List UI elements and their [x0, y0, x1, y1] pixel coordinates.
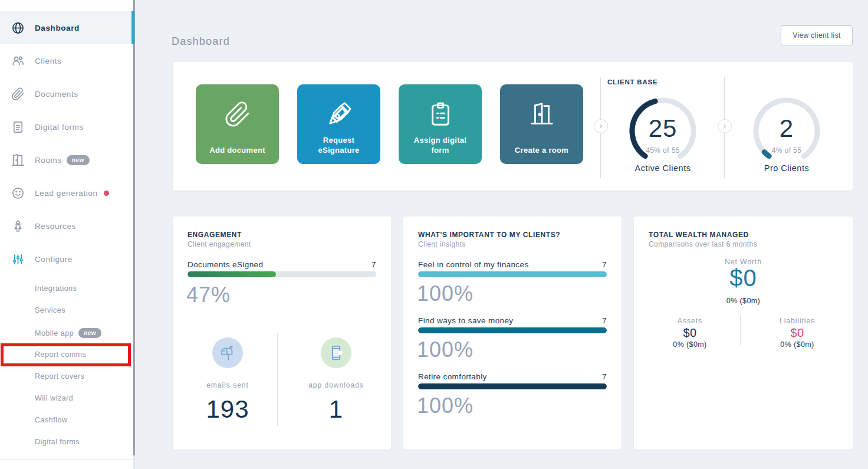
card-title: TOTAL WEALTH MANAGED	[649, 231, 749, 239]
metric-label: Find ways to save money	[418, 316, 514, 325]
active-nav-indicator	[131, 11, 134, 44]
divider	[740, 316, 741, 345]
stat-value: 193	[206, 395, 249, 424]
new-badge: new	[67, 155, 90, 165]
client-insights-card: WHAT'S IMPORTANT TO MY CLIENTS? Client i…	[403, 217, 622, 450]
sidebar-subitem-mobile-app[interactable]: Mobile app new	[0, 322, 133, 344]
card-title: WHAT'S IMPORTANT TO MY CLIENTS?	[418, 231, 560, 239]
sidebar-item-lead-generation[interactable]: Lead generation	[0, 176, 133, 209]
gauge-label: Pro Clients	[728, 163, 846, 173]
gauge-label: Active Clients	[604, 163, 722, 173]
progress-fill	[418, 383, 607, 389]
metric-row: Find ways to save money 7	[418, 316, 607, 325]
page-title: Dashboard	[172, 35, 230, 48]
gauge-value: 2	[751, 114, 822, 143]
insight-bar	[418, 327, 607, 333]
sidebar-scrollbar[interactable]	[133, 0, 135, 469]
sidebar-item-label: Rooms	[35, 156, 62, 165]
insight-bar	[418, 271, 607, 277]
sidebar-subitem-report-covers[interactable]: Report covers	[0, 365, 133, 387]
sidebar-item-label: Digital forms	[35, 123, 84, 132]
sidebar-subitem-report-comms[interactable]: Report comms	[0, 343, 133, 365]
gauge-caption: 45% of 55	[616, 146, 710, 155]
request-esignature-tile[interactable]: Request eSignature	[297, 84, 380, 164]
create-room-tile[interactable]: Create a room	[500, 84, 583, 164]
metric-row: Retire comfortably 7	[418, 372, 607, 381]
sliders-icon	[11, 252, 25, 266]
card-subtitle: Client engagement	[188, 240, 251, 248]
smartphone-icon	[321, 337, 351, 368]
paperclip-icon	[224, 101, 251, 130]
stat-label: emails sent	[206, 381, 249, 389]
mailbox-icon	[212, 337, 243, 368]
insight-percent: 100%	[417, 281, 474, 306]
sidebar-divider	[0, 459, 133, 460]
pro-clients-gauge: 2	[751, 96, 822, 166]
notification-dot	[104, 191, 109, 196]
metric-row: Feel in control of my finances 7	[418, 260, 607, 269]
globe-icon	[11, 21, 25, 35]
sidebar-item-label: Lead generation	[35, 189, 98, 198]
sidebar-subitem-integrations[interactable]: Integrations	[0, 277, 133, 299]
sidebar-item-documents[interactable]: Documents	[0, 77, 133, 110]
progress-fill	[418, 271, 607, 277]
metric-row: Documents eSigned 7	[188, 260, 376, 269]
assets-value: $0	[655, 326, 725, 340]
scrollbar-thumb[interactable]	[133, 0, 135, 455]
sidebar-item-digital-forms[interactable]: Digital forms	[0, 110, 133, 143]
esigned-progress-bar	[188, 271, 376, 277]
sidebar-item-clients[interactable]: Clients	[0, 44, 133, 77]
assets-label: Assets	[655, 317, 725, 325]
metric-count: 7	[371, 260, 376, 269]
chevron-right-icon[interactable]	[594, 119, 608, 133]
sidebar-item-resources[interactable]: Resources	[0, 209, 133, 242]
chevron-right-icon[interactable]	[718, 119, 732, 133]
add-document-tile[interactable]: Add document	[196, 84, 279, 164]
card-subtitle: Comparisons over last 6 months	[649, 240, 757, 248]
insight-percent: 100%	[417, 337, 474, 362]
stat-label: app downloads	[308, 381, 364, 389]
esigned-percent: 47%	[186, 283, 231, 307]
sidebar: Dashboard Clients Documents Digital form…	[0, 0, 133, 469]
progress-fill	[418, 327, 607, 333]
client-base-title: CLIENT BASE	[607, 78, 657, 86]
gauge-value: 25	[627, 114, 698, 143]
view-client-list-button[interactable]: View client list	[781, 25, 853, 45]
metric-count: 7	[602, 316, 607, 325]
sidebar-item-label: Clients	[35, 57, 61, 65]
pen-nib-icon	[326, 101, 353, 130]
progress-fill	[188, 271, 276, 277]
sidebar-item-label: Dashboard	[35, 24, 80, 32]
clipboard-icon	[427, 101, 454, 130]
gauge-caption: 4% of 55	[739, 146, 834, 155]
new-badge: new	[78, 328, 101, 338]
liabilities-label: Liabilities	[762, 317, 833, 325]
divider	[277, 333, 278, 426]
metric-label: Documents eSigned	[188, 260, 263, 269]
metric-label: Retire comfortably	[418, 372, 487, 381]
sidebar-subitem-cashflow[interactable]: Cashflow	[0, 409, 133, 431]
sidebar-item-configure[interactable]: Configure	[0, 242, 133, 276]
rocket-icon	[11, 219, 25, 233]
card-subtitle: Client insights	[418, 240, 466, 248]
sidebar-subitem-will-wizard[interactable]: Will wizard	[0, 387, 133, 409]
sidebar-item-dashboard[interactable]: Dashboard	[0, 11, 133, 44]
sidebar-subitem-services[interactable]: Services	[0, 299, 133, 321]
sidebar-item-label: Configure	[35, 255, 73, 264]
smiley-icon	[11, 186, 25, 200]
form-icon	[11, 120, 25, 134]
assign-digital-form-tile[interactable]: Assign digital form	[399, 84, 482, 164]
engagement-card: ENGAGEMENT Client engagement Documents e…	[173, 217, 391, 450]
quick-actions-card: Add document Request eSignature Assign d…	[173, 62, 853, 191]
card-title: ENGAGEMENT	[188, 231, 242, 239]
app-downloads-stat: app downloads 1	[292, 337, 380, 424]
paperclip-icon	[11, 87, 25, 101]
sidebar-item-label: Resources	[35, 222, 76, 231]
sidebar-item-rooms[interactable]: Rooms new	[0, 143, 133, 176]
door-icon	[11, 153, 25, 167]
sidebar-subitem-digital-forms[interactable]: Digital forms	[0, 431, 133, 452]
people-icon	[11, 54, 25, 68]
emails-sent-stat: emails sent 193	[183, 337, 272, 424]
net-worth-change: 0% ($0m)	[634, 297, 853, 305]
total-wealth-card: TOTAL WEALTH MANAGED Comparisons over la…	[634, 217, 853, 450]
